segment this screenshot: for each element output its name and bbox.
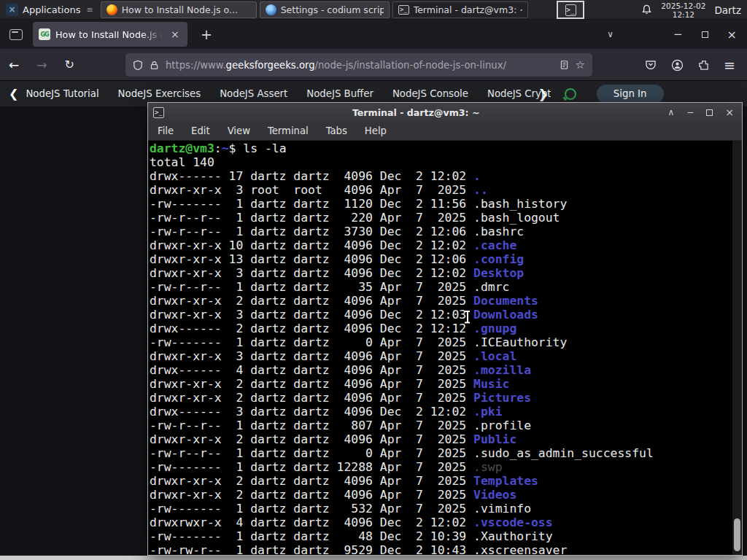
terminal-minimize-button[interactable]: − xyxy=(686,107,694,117)
terminal-icon: >_ xyxy=(398,5,409,15)
notification-bell-icon[interactable] xyxy=(641,4,652,15)
terminal-scrollbar[interactable] xyxy=(732,141,742,555)
reload-button[interactable]: ↻ xyxy=(56,58,83,71)
mouse-ibeam-cursor xyxy=(464,311,471,323)
menu-file[interactable]: File xyxy=(158,125,174,136)
terminal-line: drwx------ 3 dartz dartz 4096 Dec 2 12:0… xyxy=(150,405,654,419)
terminal-line: drwxr-xr-x 3 dartz dartz 4096 Apr 7 2025… xyxy=(150,349,654,363)
forward-button[interactable]: → xyxy=(28,58,55,72)
user-menu[interactable]: Dartz xyxy=(714,4,741,16)
page-bottom-strip xyxy=(0,556,747,560)
url-bar[interactable]: https://www.geeksforgeeks.org/node-js/in… xyxy=(125,53,592,77)
terminal-line: total 140 xyxy=(150,155,654,169)
terminal-line: -rw-r--r-- 1 dartz dartz 35 Apr 7 2025 .… xyxy=(150,280,654,294)
terminal-line: dartz@vm3:~$ ls -la xyxy=(150,141,654,155)
menu-tabs[interactable]: Tabs xyxy=(326,125,347,136)
terminal-shade-button[interactable]: ∧ xyxy=(667,107,674,117)
panel-clock[interactable]: 2025-12-02 12:12 xyxy=(661,1,705,19)
terminal-line: drwxrwxr-x 4 dartz dartz 4096 Dec 2 12:0… xyxy=(150,516,654,529)
nav-scroll-right-icon[interactable]: ❯ xyxy=(538,87,548,101)
terminal-output: dartz@vm3:~$ ls -latotal 140drwx------ 1… xyxy=(150,141,654,555)
gfg-nav-item[interactable]: NodeJS Console xyxy=(392,88,468,99)
terminal-window-title: Terminal - dartz@vm3: ~ xyxy=(164,107,667,118)
reader-mode-icon[interactable] xyxy=(560,60,569,70)
pocket-icon[interactable] xyxy=(645,59,657,71)
task-button-terminal[interactable]: >_ Terminal - dartz@vm3: ~ xyxy=(392,1,528,18)
terminal-maximize-button[interactable] xyxy=(706,109,713,116)
clock-date: 2025-12-02 xyxy=(661,1,705,10)
terminal-menu-bar: File Edit View Terminal Tabs Help xyxy=(148,122,742,141)
terminal-line: drwxr-xr-x 3 root root 4096 Apr 7 2025 .… xyxy=(150,183,654,197)
task-button-vscodium[interactable]: Settings - codium script... xyxy=(260,1,390,18)
terminal-line: drwx------ 17 dartz dartz 4096 Dec 2 12:… xyxy=(150,169,654,183)
terminal-line: -rw------- 1 dartz dartz 532 Apr 7 2025 … xyxy=(150,502,654,516)
terminal-content[interactable]: dartz@vm3:~$ ls -latotal 140drwx------ 1… xyxy=(148,141,742,555)
terminal-line: drwxr-xr-x 3 dartz dartz 4096 Dec 2 12:0… xyxy=(150,308,654,322)
gfg-nav-item[interactable]: NodeJS Assert xyxy=(220,88,287,99)
tab-close-icon[interactable]: × xyxy=(169,28,182,40)
menu-help[interactable]: Help xyxy=(365,125,387,136)
terminal-line: -rw-r--r-- 1 dartz dartz 220 Apr 7 2025 … xyxy=(150,211,654,225)
terminal-scrollbar-thumb[interactable] xyxy=(734,518,740,551)
terminal-launcher[interactable]: >_ xyxy=(557,1,584,19)
vscodium-icon xyxy=(266,4,276,15)
firefox-view-icon[interactable] xyxy=(9,29,23,40)
terminal-line: -rw------- 1 dartz dartz 12288 Apr 7 202… xyxy=(150,460,654,474)
applications-label: Applications xyxy=(23,4,80,15)
gfg-nav-item[interactable]: NodeJS Buffer xyxy=(306,88,374,99)
shield-icon[interactable] xyxy=(133,60,143,71)
back-button[interactable]: ← xyxy=(0,58,28,72)
browser-tab[interactable]: GG How to Install Node.js on × xyxy=(33,22,187,47)
terminal-line: drwxr-xr-x 2 dartz dartz 4096 Apr 7 2025… xyxy=(150,377,654,391)
terminal-line: -rw-rw-r-- 1 dartz dartz 9529 Dec 2 10:4… xyxy=(150,543,654,555)
menu-edit[interactable]: Edit xyxy=(191,125,210,136)
applications-menu-button[interactable]: × Applications ≡ xyxy=(0,0,99,20)
terminal-line: drwxr-xr-x 2 dartz dartz 4096 Apr 7 2025… xyxy=(150,488,654,502)
terminal-icon: >_ xyxy=(565,4,576,16)
terminal-window: >_ Terminal - dartz@vm3: ~ ∧ − × File Ed… xyxy=(147,102,743,556)
terminal-title-bar[interactable]: >_ Terminal - dartz@vm3: ~ ∧ − × xyxy=(148,103,742,122)
terminal-icon: >_ xyxy=(153,107,164,118)
tab-title: How to Install Node.js on xyxy=(55,29,163,40)
xfce-menu-icon: × xyxy=(6,4,18,16)
sign-in-button[interactable]: Sign In xyxy=(597,85,664,104)
terminal-line: -rw-r--r-- 1 dartz dartz 3730 Dec 2 12:0… xyxy=(150,225,654,238)
terminal-line: drwxr-xr-x 2 dartz dartz 4096 Apr 7 2025… xyxy=(150,391,654,405)
terminal-line: -rw------- 1 dartz dartz 0 Apr 7 2025 .I… xyxy=(150,335,654,349)
terminal-line: -rw------- 1 dartz dartz 48 Dec 2 10:39 … xyxy=(150,529,654,543)
terminal-close-button[interactable]: × xyxy=(725,106,734,118)
menu-view[interactable]: View xyxy=(228,125,250,136)
menu-lines-icon: ≡ xyxy=(86,5,93,15)
gfg-nav-items: NodeJS TutorialNodeJS ExercisesNodeJS As… xyxy=(26,88,551,99)
url-text: https://www.geeksforgeeks.org/node-js/in… xyxy=(166,60,553,71)
gfg-nav-item[interactable]: NodeJS Tutorial xyxy=(26,88,98,99)
window-minimize-button[interactable]: − xyxy=(673,28,683,41)
terminal-line: drwxr-xr-x 2 dartz dartz 4096 Apr 7 2025… xyxy=(150,474,654,488)
gfg-nav-item[interactable]: NodeJS Exercises xyxy=(118,88,201,99)
terminal-line: -rw-r--r-- 1 dartz dartz 0 Apr 7 2025 .s… xyxy=(150,446,654,460)
task-button-firefox[interactable]: How to Install Node.js o... xyxy=(101,1,257,18)
terminal-line: drwx------ 2 dartz dartz 4096 Dec 2 12:1… xyxy=(150,322,654,335)
clock-time: 12:12 xyxy=(661,10,705,19)
terminal-line: -rw------- 1 dartz dartz 1120 Dec 2 11:5… xyxy=(150,197,654,211)
terminal-line: drwxr-xr-x 3 dartz dartz 4096 Dec 2 12:0… xyxy=(150,266,654,280)
window-close-button[interactable]: × xyxy=(727,28,737,42)
terminal-line: drwxr-xr-x 2 dartz dartz 4096 Apr 7 2025… xyxy=(150,294,654,308)
gfg-favicon: GG xyxy=(39,28,50,40)
bookmark-star-icon[interactable]: ☆ xyxy=(576,58,585,71)
terminal-line: drwx------ 4 dartz dartz 4096 Apr 7 2025… xyxy=(150,363,654,377)
nav-scroll-left-icon[interactable]: ❮ xyxy=(0,87,26,101)
list-tabs-chevron-icon[interactable]: ∨ xyxy=(607,29,614,39)
terminal-line: drwxr-xr-x 10 dartz dartz 4096 Dec 2 12:… xyxy=(150,238,654,252)
search-icon[interactable] xyxy=(565,88,576,100)
terminal-line: drwxr-xr-x 13 dartz dartz 4096 Dec 2 12:… xyxy=(150,252,654,266)
firefox-icon xyxy=(107,4,117,15)
app-menu-icon[interactable]: ≡ xyxy=(724,57,735,73)
menu-terminal[interactable]: Terminal xyxy=(268,125,309,136)
new-tab-button[interactable]: + xyxy=(196,26,217,42)
top-panel: × Applications ≡ How to Install Node.js … xyxy=(0,0,747,20)
account-icon[interactable] xyxy=(671,59,684,71)
lock-icon[interactable] xyxy=(150,60,159,71)
window-maximize-button[interactable] xyxy=(702,31,708,38)
extensions-icon[interactable] xyxy=(698,60,709,71)
